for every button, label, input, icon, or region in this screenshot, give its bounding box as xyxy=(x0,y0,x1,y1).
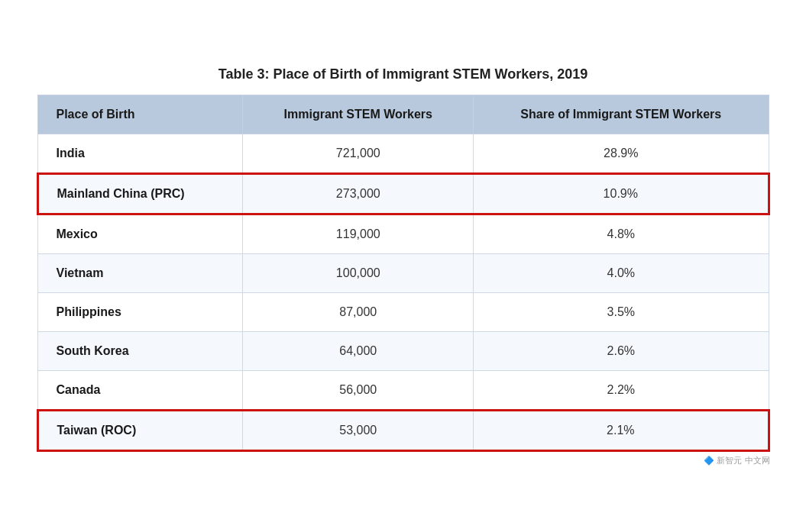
cell-place: Vietnam xyxy=(37,253,243,292)
cell-place: India xyxy=(37,134,243,173)
cell-share: 4.8% xyxy=(474,214,769,253)
col-header-workers: Immigrant STEM Workers xyxy=(243,95,474,134)
watermark-site: 中文网 xyxy=(745,456,770,465)
cell-workers: 119,000 xyxy=(243,214,474,253)
cell-share: 4.0% xyxy=(474,253,769,292)
table-container: Table 3: Place of Birth of Immigrant STE… xyxy=(37,66,770,452)
cell-place: Mexico xyxy=(37,214,243,253)
table-row: India721,00028.9% xyxy=(37,134,769,173)
table-row: Mexico119,0004.8% xyxy=(37,214,769,253)
cell-place: Mainland China (PRC) xyxy=(37,173,243,214)
table-row: South Korea64,0002.6% xyxy=(37,331,769,370)
col-header-share: Share of Immigrant STEM Workers xyxy=(474,95,769,134)
cell-workers: 100,000 xyxy=(243,253,474,292)
cell-workers: 273,000 xyxy=(243,173,474,214)
cell-workers: 64,000 xyxy=(243,331,474,370)
col-header-place: Place of Birth xyxy=(37,95,243,134)
table-row: Canada56,0002.2% xyxy=(37,370,769,410)
table-wrapper: Table 3: Place of Birth of Immigrant STE… xyxy=(37,66,770,466)
cell-share: 3.5% xyxy=(474,292,769,331)
cell-share: 10.9% xyxy=(474,173,769,214)
table-row: Philippines87,0003.5% xyxy=(37,292,769,331)
cell-workers: 721,000 xyxy=(243,134,474,173)
cell-share: 28.9% xyxy=(474,134,769,173)
watermark-logo: 🔷 新智元 xyxy=(704,456,742,465)
data-table: Place of Birth Immigrant STEM Workers Sh… xyxy=(37,95,770,452)
cell-share: 2.6% xyxy=(474,331,769,370)
cell-share: 2.1% xyxy=(474,410,769,450)
cell-place: Philippines xyxy=(37,292,243,331)
table-row: Mainland China (PRC)273,00010.9% xyxy=(37,173,769,214)
cell-share: 2.2% xyxy=(474,370,769,410)
watermark: 🔷 新智元 中文网 xyxy=(37,455,770,466)
cell-workers: 87,000 xyxy=(243,292,474,331)
cell-place: Taiwan (ROC) xyxy=(37,410,243,450)
table-row: Vietnam100,0004.0% xyxy=(37,253,769,292)
table-row: Taiwan (ROC)53,0002.1% xyxy=(37,410,769,450)
cell-workers: 53,000 xyxy=(243,410,474,450)
table-title: Table 3: Place of Birth of Immigrant STE… xyxy=(37,66,770,82)
cell-place: South Korea xyxy=(37,331,243,370)
cell-workers: 56,000 xyxy=(243,370,474,410)
cell-place: Canada xyxy=(37,370,243,410)
table-header-row: Place of Birth Immigrant STEM Workers Sh… xyxy=(37,95,769,134)
